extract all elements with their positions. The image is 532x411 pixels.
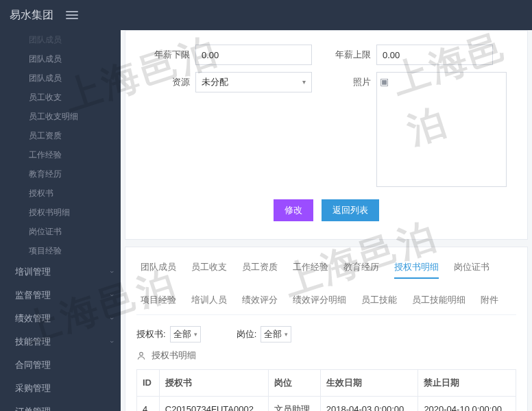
brand-title: 易水集团: [10, 8, 53, 23]
menu-toggle-icon[interactable]: [66, 11, 78, 19]
tab-item[interactable]: 附件: [481, 294, 498, 310]
user-icon: [136, 351, 146, 360]
cell-code: C20150734FUTA0002: [159, 396, 269, 411]
sidebar-sub-item[interactable]: 员工收支明细: [0, 107, 121, 126]
sidebar-sub-item[interactable]: 教育经历: [0, 164, 121, 184]
tab-bar: 团队成员 员工收支 员工资质 工作经验 教育经历 授权书明细 岗位证书 项目经验…: [136, 254, 516, 315]
tab-item[interactable]: 团队成员: [141, 261, 176, 279]
sidebar: 团队成员 团队成员 团队成员 员工收支 员工收支明细 员工资质 工作经验 教育经…: [0, 30, 121, 411]
sidebar-group-supervise[interactable]: 监督管理›: [0, 284, 121, 307]
cell-end: 2020-04-10 0:00:00: [418, 396, 516, 411]
edit-button[interactable]: 修改: [274, 199, 313, 221]
sidebar-sub-item[interactable]: 团队成员: [0, 30, 121, 49]
cell-id: 4: [137, 396, 160, 411]
col-start: 生效日期: [320, 369, 418, 396]
tab-item[interactable]: 员工技能明细: [412, 294, 466, 310]
sidebar-group-order[interactable]: 订单管理: [0, 400, 121, 411]
tab-item[interactable]: 绩效评分明细: [293, 294, 346, 310]
post-filter-select[interactable]: 全部▾: [261, 326, 291, 342]
table-row[interactable]: 4 C20150734FUTA0002 文员助理 2018-04-03 0:00…: [137, 396, 516, 411]
auth-filter-select[interactable]: 全部▾: [170, 326, 201, 342]
sidebar-group-perf[interactable]: 绩效管理›: [0, 307, 121, 330]
salary-max-label: 年薪上限: [317, 45, 371, 61]
col-post: 岗位: [269, 369, 320, 396]
main-content: 年薪下限 年薪上限 资源 未分配 ▾ 照片 ▣ 修改 返回列表 团队成员 员工收…: [121, 30, 532, 411]
app-header: 易水集团: [0, 0, 532, 30]
cell-post: 文员助理: [269, 396, 320, 411]
tab-item[interactable]: 员工收支: [191, 261, 227, 279]
tab-item[interactable]: 项目经验: [141, 294, 176, 310]
resource-label: 资源: [136, 72, 190, 88]
detail-table: ID 授权书 岗位 生效日期 禁止日期 4 C20150734FUTA0002 …: [136, 369, 516, 411]
chevron-down-icon: ▾: [194, 330, 197, 339]
col-end: 禁止日期: [418, 369, 516, 396]
tab-item[interactable]: 工作经验: [293, 261, 328, 279]
sidebar-sub-item[interactable]: 授权书明细: [0, 203, 121, 222]
sidebar-sub-item[interactable]: 工作经验: [0, 145, 121, 164]
sidebar-group-training[interactable]: 培训管理›: [0, 260, 121, 284]
photo-label: 照片: [317, 72, 371, 88]
tab-item[interactable]: 员工技能: [361, 294, 397, 310]
section-title: 授权书明细: [136, 349, 516, 362]
tab-item[interactable]: 绩效评分: [242, 294, 278, 310]
cell-start: 2018-04-03 0:00:00: [320, 396, 418, 411]
chevron-icon: ›: [106, 340, 116, 342]
salary-min-label: 年薪下限: [136, 45, 190, 61]
chevron-down-icon: ▾: [285, 330, 288, 339]
sidebar-sub-item[interactable]: 员工资质: [0, 126, 121, 145]
sidebar-sub-item[interactable]: 岗位证书: [0, 222, 121, 241]
sidebar-group-purchase[interactable]: 采购管理: [0, 377, 121, 400]
tab-item-active[interactable]: 授权书明细: [394, 261, 439, 279]
salary-max-input[interactable]: [376, 45, 493, 65]
tab-item[interactable]: 教育经历: [343, 261, 379, 279]
sidebar-sub-item[interactable]: 项目经验: [0, 241, 121, 260]
sidebar-sub-item[interactable]: 团队成员: [0, 68, 121, 88]
tab-item[interactable]: 员工资质: [242, 261, 278, 279]
back-button[interactable]: 返回列表: [322, 199, 379, 221]
chevron-icon: ›: [106, 294, 116, 296]
chevron-down-icon: ▾: [302, 77, 306, 87]
sidebar-group-contract[interactable]: 合同管理: [0, 353, 121, 377]
resource-select[interactable]: 未分配 ▾: [195, 72, 312, 92]
photo-placeholder[interactable]: ▣: [376, 72, 507, 187]
filter-bar: 授权书: 全部▾ 岗位: 全部▾: [136, 322, 516, 347]
chevron-icon: ›: [106, 271, 116, 273]
resource-value: 未分配: [202, 76, 228, 88]
sidebar-sub-item[interactable]: 员工收支: [0, 88, 121, 107]
salary-min-input[interactable]: [195, 45, 312, 65]
post-filter-label: 岗位:: [237, 328, 257, 340]
sidebar-sub-item[interactable]: 授权书: [0, 184, 121, 203]
form-card: 年薪下限 年薪上限 资源 未分配 ▾ 照片 ▣ 修改 返回列表: [125, 30, 528, 240]
auth-filter-label: 授权书:: [136, 328, 166, 340]
col-id: ID: [137, 369, 160, 396]
sidebar-group-skill[interactable]: 技能管理›: [0, 330, 121, 353]
col-code: 授权书: [159, 369, 269, 396]
sidebar-sub-item[interactable]: 团队成员: [0, 49, 121, 68]
image-broken-icon: ▣: [380, 75, 389, 184]
tab-item[interactable]: 培训人员: [191, 294, 227, 310]
svg-point-0: [140, 353, 143, 356]
tab-item[interactable]: 岗位证书: [454, 261, 489, 279]
chevron-icon: ›: [106, 317, 116, 319]
detail-card: 团队成员 员工收支 员工资质 工作经验 教育经历 授权书明细 岗位证书 项目经验…: [125, 247, 528, 411]
